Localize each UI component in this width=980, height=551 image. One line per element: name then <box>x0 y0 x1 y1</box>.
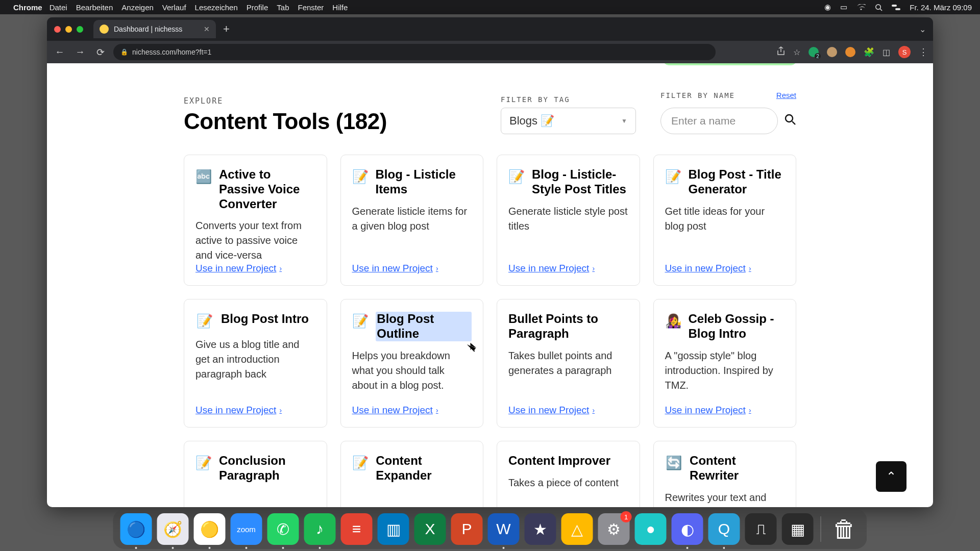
search-placeholder: Enter a name <box>671 115 736 127</box>
dock-app-drive[interactable]: △ <box>561 513 593 545</box>
back-button[interactable]: ← <box>52 46 67 58</box>
chevron-right-icon: › <box>436 406 438 414</box>
forward-button[interactable]: → <box>72 46 88 58</box>
dock-app-settings[interactable]: ⚙1 <box>598 513 630 545</box>
extension-shield-icon[interactable] <box>808 47 819 57</box>
window-zoom[interactable] <box>77 26 83 33</box>
app-name[interactable]: Chrome <box>13 3 42 12</box>
tabs-dropdown-icon[interactable]: ⌄ <box>919 24 926 34</box>
tool-title: Blog - Listicle Items <box>376 167 472 197</box>
explore-label: EXPLORE <box>184 96 387 106</box>
page-title: Content Tools (182) <box>184 109 387 134</box>
dock-badge: 1 <box>621 511 632 522</box>
chevron-right-icon: › <box>592 406 595 414</box>
tool-card[interactable]: 👩‍🎤Celeb Gossip - Blog IntroA "gossip st… <box>653 299 797 428</box>
tool-card[interactable]: 📝Blog Post IntroGive us a blog title and… <box>184 299 327 428</box>
dock-app-finder[interactable]: 🔵 <box>120 513 152 545</box>
menu-anzeigen[interactable]: Anzeigen <box>121 3 154 12</box>
use-in-project-link[interactable]: Use in new Project › <box>195 263 315 274</box>
profile-avatar[interactable]: S <box>898 46 911 58</box>
filter-tag-label: FILTER BY TAG <box>501 95 636 104</box>
tool-description: Helps you breakdown what you should talk… <box>352 348 472 393</box>
use-in-project-link[interactable]: Use in new Project › <box>195 405 315 416</box>
use-in-project-link[interactable]: Use in new Project › <box>665 405 785 416</box>
scroll-to-top-button[interactable]: ⌃ <box>876 461 906 492</box>
tool-card[interactable]: 📝Blog - Listicle ItemsGenerate listicle … <box>340 155 484 286</box>
tool-card[interactable]: 📝Blog Post - Title GeneratorGet title id… <box>653 155 797 286</box>
dock-app-spotify[interactable]: ♪ <box>304 513 336 545</box>
use-in-project-link[interactable]: Use in new Project › <box>508 405 628 416</box>
dock-app-imovie[interactable]: ★ <box>525 513 556 545</box>
tool-icon: 📝 <box>352 167 369 186</box>
filter-tag-select[interactable]: Blogs 📝 ▼ <box>501 108 636 134</box>
tab-close-icon[interactable]: ✕ <box>204 25 210 33</box>
search-input[interactable]: Enter a name <box>660 108 778 134</box>
reload-button[interactable]: ⟳ <box>93 46 108 58</box>
tool-card[interactable]: 🔤Active to Passive Voice ConverterConver… <box>184 155 327 286</box>
share-icon[interactable] <box>777 46 785 58</box>
dock-app-excel[interactable]: X <box>414 513 446 545</box>
menu-lesezeichen[interactable]: Lesezeichen <box>195 3 238 12</box>
side-panel-icon[interactable]: ◫ <box>883 47 890 57</box>
tool-card[interactable]: 📝Conclusion Paragraph <box>184 441 327 507</box>
tool-card[interactable]: 📝Blog Post OutlineHelps you breakdown wh… <box>340 299 484 428</box>
extension-2-icon[interactable] <box>827 47 837 57</box>
dock-app-voice[interactable]: ⎍ <box>745 513 777 545</box>
extension-3-icon[interactable] <box>845 47 855 57</box>
bookmark-star-icon[interactable]: ☆ <box>793 47 800 57</box>
use-in-project-link[interactable]: Use in new Project › <box>508 263 628 274</box>
tool-card[interactable]: 📝Content Expander <box>340 441 484 507</box>
use-in-project-link[interactable]: Use in new Project › <box>665 263 785 274</box>
dock-app-zoom[interactable]: zoom <box>231 513 262 545</box>
tool-icon: 👩‍🎤 <box>665 312 681 330</box>
svg-line-1 <box>880 9 883 11</box>
dock-app-chrome[interactable]: 🟡 <box>194 513 226 545</box>
dock-app-powerpoint[interactable]: P <box>451 513 483 545</box>
menu-profile[interactable]: Profile <box>247 3 268 12</box>
magnify-icon[interactable] <box>784 113 796 129</box>
tool-card[interactable]: Content ImproverTakes a piece of content <box>497 441 640 507</box>
dock-app-siri[interactable]: ● <box>635 513 667 545</box>
tool-card[interactable]: Bullet Points to ParagraphTakes bullet p… <box>497 299 640 428</box>
svg-line-5 <box>792 121 795 124</box>
window-minimize[interactable] <box>65 26 72 33</box>
tool-description: Generate listicle style post titles <box>508 204 628 234</box>
extensions-puzzle-icon[interactable]: 🧩 <box>864 47 874 58</box>
menu-hilfe[interactable]: Hilfe <box>332 3 348 12</box>
window-close[interactable] <box>54 26 61 33</box>
tool-card[interactable]: 📝Blog - Listicle-Style Post TitlesGenera… <box>497 155 640 286</box>
search-icon[interactable] <box>875 4 883 11</box>
dock-app-whatsapp[interactable]: ✆ <box>267 513 299 545</box>
control-center-icon[interactable] <box>892 4 900 11</box>
battery-icon[interactable]: ▭ <box>840 3 847 12</box>
chevron-right-icon: › <box>749 264 751 272</box>
dock-app-quicktime[interactable]: Q <box>708 513 740 545</box>
new-tab-button[interactable]: + <box>223 23 230 35</box>
tool-title: Active to Passive Voice Converter <box>219 167 315 211</box>
tool-icon: 📝 <box>665 167 681 186</box>
dock-app-trello[interactable]: ▥ <box>378 513 409 545</box>
dock-app-word[interactable]: W <box>488 513 520 545</box>
record-icon[interactable]: ◉ <box>824 3 831 12</box>
dock-app-mission[interactable]: ▦ <box>782 513 814 545</box>
tool-title: Blog Post Intro <box>221 312 309 327</box>
use-in-project-link[interactable]: Use in new Project › <box>352 263 472 274</box>
menu-tab[interactable]: Tab <box>277 3 289 12</box>
browser-menu-icon[interactable]: ⋮ <box>919 46 928 58</box>
dock-app-safari[interactable]: 🧭 <box>157 513 189 545</box>
dock-app-todoist[interactable]: ≡ <box>341 513 373 545</box>
menubar-date[interactable]: Fr. 24. März 09:09 <box>910 3 972 12</box>
wifi-icon[interactable] <box>856 4 866 11</box>
menu-datei[interactable]: Datei <box>50 3 67 12</box>
address-bar[interactable]: 🔒 nichesss.com/home?ft=1 <box>113 44 716 60</box>
use-in-project-link[interactable]: Use in new Project › <box>352 405 472 416</box>
reset-link[interactable]: Reset <box>776 91 796 99</box>
menu-verlauf[interactable]: Verlauf <box>162 3 186 12</box>
menu-fenster[interactable]: Fenster <box>298 3 324 12</box>
browser-tab[interactable]: Dashboard | nichesss ✕ <box>93 20 216 38</box>
menu-bearbeiten[interactable]: Bearbeiten <box>76 3 113 12</box>
tool-icon: 📝 <box>352 312 369 330</box>
tool-card[interactable]: 🔄Content RewriterRewrites your text and <box>653 441 797 507</box>
dock-app-discord[interactable]: ◐ <box>672 513 703 545</box>
dock-trash[interactable]: 🗑 <box>828 513 860 545</box>
